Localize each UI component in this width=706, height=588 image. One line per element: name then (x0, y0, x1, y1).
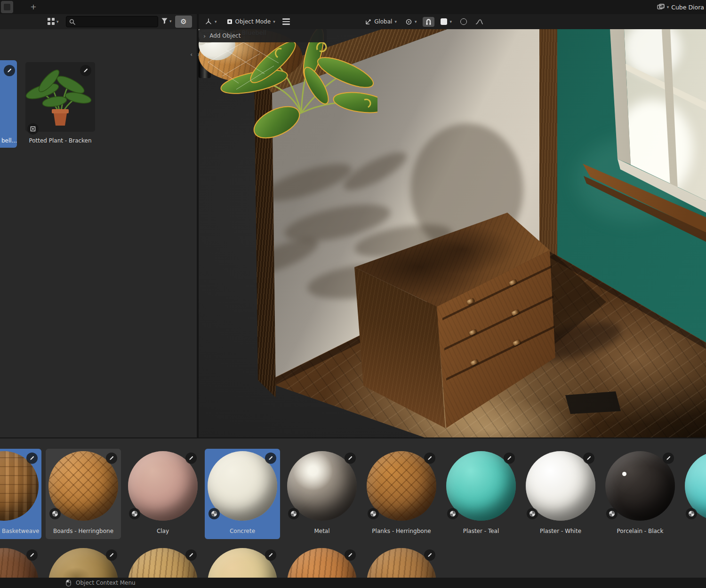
material-badge-icon (49, 508, 61, 519)
snap-target-selector[interactable]: ▾ (438, 17, 454, 26)
drop-asset-label: Potted Plant - Bluebell (199, 29, 706, 437)
gear-icon[interactable]: ⚙ (175, 16, 192, 28)
chevron-down-icon: ▾ (394, 19, 397, 24)
chevron-right-icon: › (203, 32, 206, 40)
chevron-down-icon: ▾ (169, 19, 172, 24)
snap-target-icon (441, 18, 447, 25)
chevron-down-icon: ▾ (667, 5, 669, 9)
menu-hamburger-icon[interactable] (282, 18, 290, 25)
asset-label: Potted Plant - Bracken (23, 137, 98, 144)
3d-viewport-canvas[interactable]: Potted Plant - Bluebell › Add Object (199, 29, 706, 437)
scene-name: Cube Diora (671, 4, 704, 11)
topbar: + ▾ Cube Diora (0, 0, 706, 14)
material-asset-label: Plaster - Teal (443, 528, 519, 534)
material-asset-tile[interactable]: Planks - Herringbone (364, 449, 439, 539)
viewport-3d: ▾ Object Mode ▾ Global ▾ (199, 14, 706, 437)
specular-dot (622, 472, 626, 476)
search-icon (69, 19, 75, 25)
chevron-down-icon: ▾ (449, 19, 452, 24)
statusbar: Object Context Menu (0, 578, 706, 588)
material-asset-tile[interactable]: Plaster - Teal (443, 449, 519, 539)
asset-shelf: BasketweaveBoards - HerringboneClayConcr… (0, 438, 706, 588)
object-mode-icon (226, 18, 233, 25)
material-badge-icon (209, 508, 220, 519)
material-asset-label: Basketweave (0, 528, 41, 534)
material-asset-tile[interactable]: P (682, 449, 706, 539)
snap-toggle-button[interactable] (423, 17, 434, 27)
mode-selector[interactable]: Object Mode ▾ (224, 17, 278, 26)
material-asset-label: Clay (125, 528, 201, 534)
material-asset-tile[interactable]: Plaster - White (523, 449, 598, 539)
material-asset-label: Concrete (205, 528, 280, 534)
falloff-selector[interactable] (473, 17, 486, 26)
add-workspace-button[interactable]: + (28, 2, 39, 12)
edit-badge-icon (26, 453, 38, 464)
edit-badge-icon (26, 549, 38, 561)
orientation-label: Global (374, 18, 392, 25)
asset-tile-bluebell-partial[interactable]: bell... (0, 60, 17, 148)
edit-badge-icon (504, 453, 515, 464)
mode-label: Object Mode (235, 18, 271, 25)
edit-badge-icon (345, 549, 356, 561)
object-badge-icon (27, 123, 39, 135)
main-area: ▾ ▾ ⚙ (0, 14, 706, 437)
edit-badge-icon (106, 453, 117, 464)
filter-button[interactable]: ▾ (161, 17, 172, 24)
workspace-tab[interactable] (1, 1, 13, 13)
edit-badge-icon (265, 453, 276, 464)
edit-badge-icon (424, 549, 435, 561)
asset-browser-panel: ▾ ▾ ⚙ (0, 14, 198, 437)
region-toggle-arrows[interactable]: ‹ › (190, 51, 201, 58)
transform-orientation-selector[interactable]: Global ▾ (362, 17, 399, 27)
statusbar-hint-label: Object Context Menu (76, 580, 136, 586)
edit-badge-icon (265, 549, 276, 561)
material-badge-icon (447, 508, 458, 519)
add-object-panel[interactable]: › Add Object (199, 29, 327, 42)
edit-badge-icon (663, 453, 674, 464)
material-asset-label: Plaster - White (523, 528, 598, 534)
blender-app-window: + ▾ Cube Diora ▾ (0, 0, 706, 588)
material-badge-icon (368, 508, 379, 519)
material-badge-icon (686, 508, 697, 519)
material-asset-label: Planks - Herringbone (364, 528, 439, 534)
search-input[interactable] (78, 18, 149, 25)
pivot-point-selector[interactable]: ▾ (403, 17, 419, 27)
material-asset-label: Porcelain - Black (602, 528, 678, 534)
edit-badge-icon (185, 453, 197, 464)
asset-tile-bracken[interactable]: Potted Plant - Bracken (23, 60, 98, 148)
edit-badge-icon (106, 549, 117, 561)
asset-search-box[interactable] (66, 16, 158, 27)
material-asset-tile[interactable]: Clay (125, 449, 201, 539)
viewport-header-right: Global ▾ ▾ ▾ (362, 14, 486, 29)
chevron-down-icon: ▾ (56, 19, 59, 24)
material-asset-tile[interactable]: Porcelain - Black (602, 449, 678, 539)
add-object-label: Add Object (209, 32, 241, 39)
material-asset-tile[interactable]: Metal (284, 449, 360, 539)
material-badge-icon (527, 508, 538, 519)
proportional-editing-button[interactable] (458, 17, 469, 26)
material-asset-tile[interactable]: Boards - Herringbone (46, 449, 121, 539)
edit-badge-icon (80, 65, 91, 76)
asset-browser-grid: bell... (0, 29, 197, 437)
material-asset-label: Metal (284, 528, 360, 534)
material-asset-label: P (682, 528, 706, 534)
asset-browser-header: ▾ ▾ ⚙ (0, 14, 197, 29)
material-badge-icon (288, 508, 299, 519)
chevron-down-icon: ▾ (415, 19, 417, 24)
chevron-down-icon: ▾ (215, 19, 217, 24)
chevron-down-icon: ▾ (273, 19, 275, 24)
display-mode-button[interactable]: ▾ (47, 17, 59, 25)
scene-selector[interactable]: ▾ Cube Diora (653, 1, 706, 13)
material-asset-label: Boards - Herringbone (46, 528, 121, 534)
material-badge-icon (606, 508, 618, 519)
asset-label: bell... (0, 137, 17, 144)
material-asset-tile[interactable]: Concrete (205, 449, 280, 539)
material-badge-icon (129, 508, 140, 519)
mouse-left-click-icon (66, 580, 71, 587)
editor-type-button[interactable]: ▾ (202, 16, 219, 27)
edit-badge-icon (424, 453, 435, 464)
edit-badge-icon (345, 453, 356, 464)
edit-badge-icon (185, 549, 197, 561)
material-asset-tile[interactable]: Basketweave (0, 449, 41, 539)
scene-icon (657, 4, 665, 10)
